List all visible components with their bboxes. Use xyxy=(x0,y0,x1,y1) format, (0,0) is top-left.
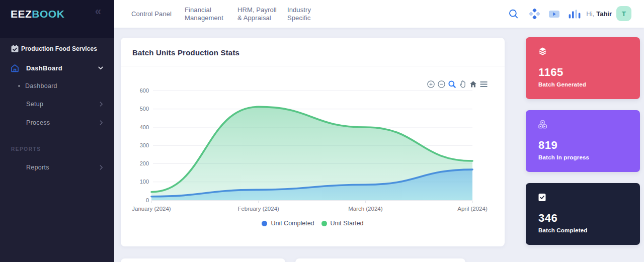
chevron-down-icon xyxy=(98,66,103,70)
bottom-card-right xyxy=(295,258,465,262)
svg-text:500: 500 xyxy=(140,106,149,112)
menu-item-label-line1: HRM, Payroll xyxy=(237,6,277,14)
sidebar-item-label: Production Food Services xyxy=(21,45,97,52)
sidebar-header: EEZBOOK « xyxy=(0,0,114,38)
legend-label: Unit Completed xyxy=(271,220,314,227)
menu-item-industry-specific[interactable]: Industry Specific xyxy=(287,0,311,28)
user-name: Tahir xyxy=(596,10,612,18)
calendar-check-icon xyxy=(11,45,19,53)
sidebar-item-label: Reports xyxy=(26,164,49,171)
bottom-card-left xyxy=(121,258,285,262)
menu-item-label-line1: Industry xyxy=(287,6,311,14)
sidebar-item-dashboard-parent[interactable]: DashBoard xyxy=(0,59,114,77)
menu-item-control-panel[interactable]: Control Panel xyxy=(131,0,172,28)
menu-item-financial-management[interactable]: Financial Management xyxy=(185,0,223,28)
menu-item-label-line2: & Appraisal xyxy=(237,14,277,22)
legend-label: Unit Started xyxy=(331,220,364,227)
menu-icon[interactable] xyxy=(480,80,488,88)
chart-legend: Unit Completed Unit Started xyxy=(121,220,505,227)
video-tutorial-icon[interactable] xyxy=(549,0,559,28)
legend-marker-icon xyxy=(262,221,267,226)
sidebar-item-process[interactable]: Process xyxy=(0,114,114,132)
chevron-right-icon xyxy=(100,165,103,170)
stat-card-batch-generated[interactable]: 1165 Batch Generated xyxy=(526,37,640,99)
stat-card-batch-completed[interactable]: 346 Batch Completed xyxy=(526,183,640,245)
svg-text:February (2024): February (2024) xyxy=(237,206,279,212)
sidebar-item-setup[interactable]: Setup xyxy=(0,95,114,113)
svg-text:0: 0 xyxy=(146,197,149,203)
svg-text:100: 100 xyxy=(140,179,149,185)
bullet-icon xyxy=(18,85,20,87)
apps-diamond-icon[interactable] xyxy=(529,0,540,28)
svg-text:March (2024): March (2024) xyxy=(348,206,383,212)
svg-text:400: 400 xyxy=(140,124,149,130)
sidebar-item-label: Setup xyxy=(26,101,43,108)
cubes-icon xyxy=(538,120,546,128)
reset-home-icon[interactable] xyxy=(469,80,477,88)
svg-text:January (2024): January (2024) xyxy=(132,206,171,212)
sidebar-item-label: Process xyxy=(26,119,50,126)
legend-marker-icon xyxy=(321,221,327,226)
chart-toolbar xyxy=(427,80,488,88)
stat-value: 819 xyxy=(538,139,557,152)
app-logo[interactable]: EEZBOOK xyxy=(11,8,64,20)
stat-value: 1165 xyxy=(538,66,564,79)
sidebar-item-dashboard-sub[interactable]: Dashboard xyxy=(0,77,114,95)
user-greeting: Hi, Tahir xyxy=(586,0,612,28)
stat-label: Batch Generated xyxy=(538,81,586,88)
logo-part2: BOOK xyxy=(32,8,64,20)
sidebar-item-label: Dashboard xyxy=(25,82,57,90)
svg-text:600: 600 xyxy=(140,88,149,94)
area-chart: 0100200300400500600January (2024)Februar… xyxy=(121,38,505,246)
sidebar: EEZBOOK « Production Food Services xyxy=(0,0,114,262)
menu-item-label: Control Panel xyxy=(131,10,172,18)
logo-part1: EEZ xyxy=(11,8,32,20)
zoom-out-icon[interactable] xyxy=(438,80,445,88)
menu-item-label-line2: Specific xyxy=(287,14,311,22)
avatar[interactable]: T xyxy=(616,6,631,21)
search-icon[interactable] xyxy=(509,0,518,28)
stat-card-batch-in-progress[interactable]: 819 Batch In progress xyxy=(526,110,640,172)
sidebar-collapse-icon[interactable]: « xyxy=(95,6,101,17)
topbar: Control Panel Financial Management HRM, … xyxy=(114,0,644,28)
svg-text:April (2024): April (2024) xyxy=(457,206,488,212)
chevron-right-icon xyxy=(100,120,103,125)
sidebar-item-reports[interactable]: Reports xyxy=(0,158,114,177)
layers-icon xyxy=(538,47,546,55)
sidebar-item-production-food-services[interactable]: Production Food Services xyxy=(0,40,114,58)
stat-label: Batch Completed xyxy=(538,227,588,233)
stat-label: Batch In progress xyxy=(538,154,589,160)
bar-chart-icon[interactable] xyxy=(569,0,581,28)
home-icon xyxy=(11,64,19,72)
menu-item-hrm-payroll-appraisal[interactable]: HRM, Payroll & Appraisal xyxy=(237,0,277,28)
menu-item-label-line2: Management xyxy=(185,14,223,22)
greeting-prefix: Hi, xyxy=(586,10,594,18)
svg-text:200: 200 xyxy=(140,160,149,166)
sidebar-item-label: DashBoard xyxy=(26,64,62,72)
menu-item-label-line1: Financial xyxy=(185,6,223,14)
selection-zoom-icon[interactable] xyxy=(448,80,456,88)
legend-item-unit-started[interactable]: Unit Started xyxy=(321,220,364,227)
chart-card: Batch Units Production Stats xyxy=(121,38,505,246)
sidebar-section-reports: REPORTS xyxy=(11,146,41,152)
pan-icon[interactable] xyxy=(459,80,466,88)
legend-item-unit-completed[interactable]: Unit Completed xyxy=(262,220,314,227)
zoom-in-icon[interactable] xyxy=(427,80,435,88)
stat-value: 346 xyxy=(538,212,557,225)
chevron-right-icon xyxy=(100,102,103,107)
checkbox-icon xyxy=(538,193,546,201)
svg-text:300: 300 xyxy=(140,142,149,148)
